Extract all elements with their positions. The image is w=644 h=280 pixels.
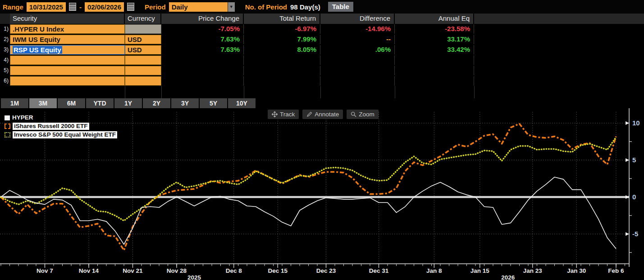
x-tick-label: Dec 31 (369, 267, 389, 274)
zoom-button[interactable]: Zoom (347, 110, 379, 119)
row-number: 6) (0, 76, 10, 86)
chevron-down-icon: ▼ (228, 2, 235, 12)
chart-toolbar: TrackAnnotateZoom (268, 110, 379, 119)
securities-table: SecurityCurrencyPrice ChangeTotal Return… (0, 14, 644, 86)
pencil-icon (306, 111, 312, 117)
range-end-input[interactable]: 02/06/2026 (85, 2, 124, 12)
legend-item[interactable]: HYPER (5, 114, 117, 122)
tab-2y[interactable]: 2Y (143, 98, 170, 108)
annual_eq-value (395, 66, 474, 75)
legend-item[interactable]: iShares Russell 2000 ETF (5, 122, 117, 130)
y-tick-arrow-icon (626, 158, 629, 162)
total_return-value (244, 66, 320, 75)
tab-6m[interactable]: 6M (58, 98, 85, 108)
series-line-hyper (1, 177, 616, 249)
period-value: Daily (169, 2, 228, 12)
price_change-value: 7.63% (161, 45, 244, 55)
table-row: 3)RSP US EquityUSD7.63%8.05%.06%33.42% (0, 45, 644, 55)
tab-1m[interactable]: 1M (1, 98, 28, 108)
calendar-icon[interactable] (127, 3, 134, 11)
series-line-rsp (1, 137, 616, 220)
range-separator: - (79, 3, 82, 11)
y-tick-label: 10 (632, 119, 640, 127)
currency-field[interactable] (125, 24, 161, 34)
tab-10y[interactable]: 10Y (228, 98, 256, 108)
difference-value: .06% (320, 45, 395, 55)
tab-5y[interactable]: 5Y (200, 98, 227, 108)
y-tick-label: 5 (632, 156, 636, 164)
legend-swatch-icon (5, 132, 10, 138)
currency-field[interactable] (125, 76, 161, 86)
tab-ytd[interactable]: YTD (86, 98, 114, 108)
column-header: Security (10, 14, 125, 24)
y-tick-arrow-icon (626, 121, 629, 125)
currency-field[interactable]: USD (125, 45, 161, 55)
period-count-label: No. of Period (245, 3, 287, 11)
tab-3m[interactable]: 3M (29, 98, 57, 108)
header-filler (474, 14, 644, 24)
security-field[interactable] (10, 76, 125, 86)
annual_eq-value: -23.58% (395, 24, 474, 34)
row-filler (474, 35, 644, 44)
row-filler (474, 76, 644, 86)
security-field[interactable]: .HYPER U Index (10, 24, 125, 34)
row-number: 3) (0, 45, 10, 55)
calendar-icon[interactable] (69, 3, 76, 11)
column-guide-line (161, 86, 162, 98)
comparative-return-chart: Nov 7Nov 14Nov 21Nov 28Dec 8Dec 15Dec 23… (0, 108, 644, 280)
table-button[interactable]: Table (328, 2, 353, 12)
x-tick-label: Nov 21 (123, 267, 143, 274)
y-tick-arrow-icon (626, 232, 629, 236)
annotate-button[interactable]: Annotate (302, 110, 343, 119)
tool-button-label: Track (280, 111, 295, 118)
column-guide-line (244, 86, 244, 98)
row-filler (474, 45, 644, 55)
column-guide-line (125, 86, 125, 98)
x-tick-label: Nov 7 (37, 267, 53, 274)
row-filler (474, 55, 644, 65)
difference-value: -- (320, 35, 395, 44)
security-field[interactable] (10, 55, 125, 65)
total_return-value: -6.97% (244, 24, 320, 34)
x-tick-label: Jan 23 (523, 267, 543, 274)
security-field[interactable]: RSP US Equity (10, 45, 125, 55)
x-tick-label: Feb 6 (608, 267, 624, 274)
security-field[interactable]: IWM US Equity (10, 35, 125, 44)
x-tick-label: Nov 28 (167, 267, 187, 274)
total_return-value: 7.99% (244, 35, 320, 44)
y-tick-label: 0 (632, 193, 636, 201)
difference-value (320, 66, 395, 75)
price_change-value (161, 55, 244, 65)
table-row: 2)IWM US EquityUSD7.63%7.99%--33.17% (0, 34, 644, 45)
range-start-input[interactable]: 10/31/2025 (27, 2, 66, 12)
track-button[interactable]: Track (268, 110, 299, 119)
period-select[interactable]: Daily ▼ (169, 2, 235, 12)
x-year-label: 2026 (501, 274, 515, 280)
column-header: Total Return (244, 14, 320, 24)
y-tick-arrow-icon (626, 195, 629, 199)
annual_eq-value: 33.17% (395, 35, 474, 44)
row-number: 4) (0, 55, 10, 65)
difference-value: -14.96% (320, 24, 395, 34)
tab-1y[interactable]: 1Y (114, 98, 142, 108)
x-tick-label: Dec 15 (268, 267, 288, 274)
currency-field[interactable] (125, 55, 161, 65)
range-toolbar: Range 10/31/2025 - 02/06/2026 Period Dai… (0, 0, 644, 14)
column-guide-line (474, 86, 475, 98)
row-number: 5) (0, 66, 10, 75)
security-field[interactable] (10, 66, 125, 75)
total_return-value (244, 55, 320, 65)
legend-label: iShares Russell 2000 ETF (13, 123, 89, 130)
chart-legend: HYPERiShares Russell 2000 ETFInvesco S&P… (5, 114, 117, 139)
x-tick-label: Dec 23 (316, 267, 336, 274)
total_return-value (244, 76, 320, 86)
range-label: Range (3, 3, 23, 11)
tool-button-label: Zoom (359, 111, 375, 118)
tab-3y[interactable]: 3Y (171, 98, 199, 108)
currency-field[interactable]: USD (125, 35, 161, 44)
table-row: 1).HYPER U Index-7.05%-6.97%-14.96%-23.5… (0, 24, 644, 34)
move-icon (272, 111, 278, 117)
legend-label: Invesco S&P 500 Equal Weight ETF (13, 131, 117, 138)
legend-item[interactable]: Invesco S&P 500 Equal Weight ETF (5, 131, 117, 139)
currency-field[interactable] (125, 66, 161, 75)
